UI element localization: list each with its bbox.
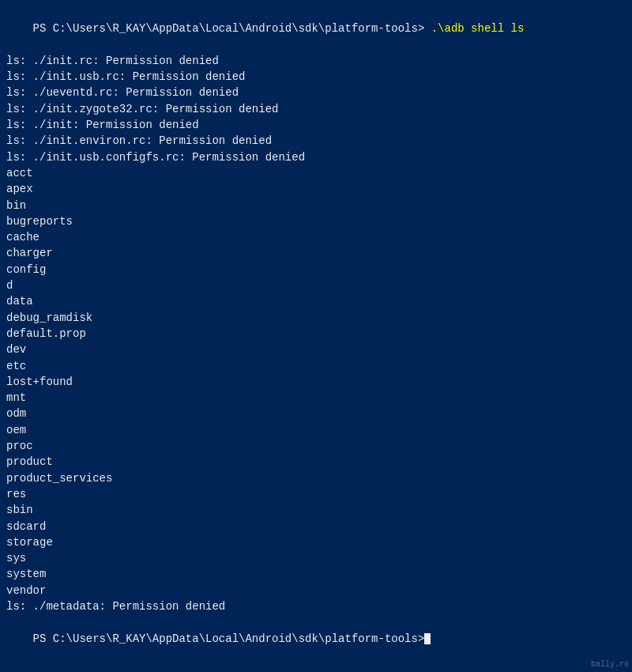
terminal-output-line: acct [6, 165, 626, 181]
terminal-output-line: etc [6, 358, 626, 374]
terminal-output-line: storage [6, 534, 626, 550]
output-area: ls: ./init.rc: Permission deniedls: ./in… [6, 53, 626, 614]
terminal-output-line: bin [6, 198, 626, 213]
watermark: bally.ro [591, 660, 629, 669]
final-prompt-path: PS C:\Users\R_KAY\AppData\Local\Android\… [33, 632, 425, 645]
terminal-output-line: ls: ./ueventd.rc: Permission denied [6, 85, 626, 100]
terminal-output-line: sbin [6, 502, 626, 518]
terminal-output-line: ls: ./init.usb.rc: Permission denied [6, 69, 626, 85]
cursor [424, 633, 431, 644]
terminal-output-line: lost+found [6, 374, 626, 390]
terminal-output-line: ls: ./init.environ.rc: Permission denied [6, 133, 626, 149]
terminal-output-line: product_services [6, 470, 626, 486]
terminal-output-line: bugreports [6, 213, 626, 229]
terminal-output-line: dev [6, 342, 626, 357]
terminal-output-line: debug_ramdisk [6, 310, 626, 326]
command-text: .\adb shell ls [424, 22, 524, 35]
terminal-output-line: charger [6, 245, 626, 261]
terminal-output-line: default.prop [6, 326, 626, 342]
terminal-output-line: system [6, 566, 626, 582]
terminal-output-line: cache [6, 229, 626, 245]
terminal-output-line: product [6, 454, 626, 470]
terminal-output-line: ls: ./init.rc: Permission denied [6, 53, 626, 69]
final-prompt-line: PS C:\Users\R_KAY\AppData\Local\Android\… [6, 614, 626, 663]
terminal-window: PS C:\Users\R_KAY\AppData\Local\Android\… [0, 0, 632, 672]
terminal-output-line: res [6, 486, 626, 502]
terminal-output-line: apex [6, 181, 626, 197]
command-line: PS C:\Users\R_KAY\AppData\Local\Android\… [6, 5, 626, 53]
terminal-output-line: odm [6, 406, 626, 421]
terminal-output-line: d [6, 277, 626, 293]
terminal-output-line: data [6, 293, 626, 309]
terminal-output-line: sys [6, 550, 626, 566]
terminal-output-line: vendor [6, 583, 626, 598]
terminal-output-line: oem [6, 422, 626, 438]
terminal-output-line: ls: ./metadata: Permission denied [6, 598, 626, 614]
terminal-output-line: ls: ./init.zygote32.rc: Permission denie… [6, 101, 626, 117]
terminal-output-line: config [6, 262, 626, 277]
terminal-output-line: proc [6, 438, 626, 454]
terminal-output-line: mnt [6, 390, 626, 406]
prompt-path: PS C:\Users\R_KAY\AppData\Local\Android\… [33, 22, 425, 35]
terminal-output-line: ls: ./init.usb.configfs.rc: Permission d… [6, 149, 626, 165]
terminal-output-line: sdcard [6, 519, 626, 534]
terminal-output-line: ls: ./init: Permission denied [6, 117, 626, 133]
